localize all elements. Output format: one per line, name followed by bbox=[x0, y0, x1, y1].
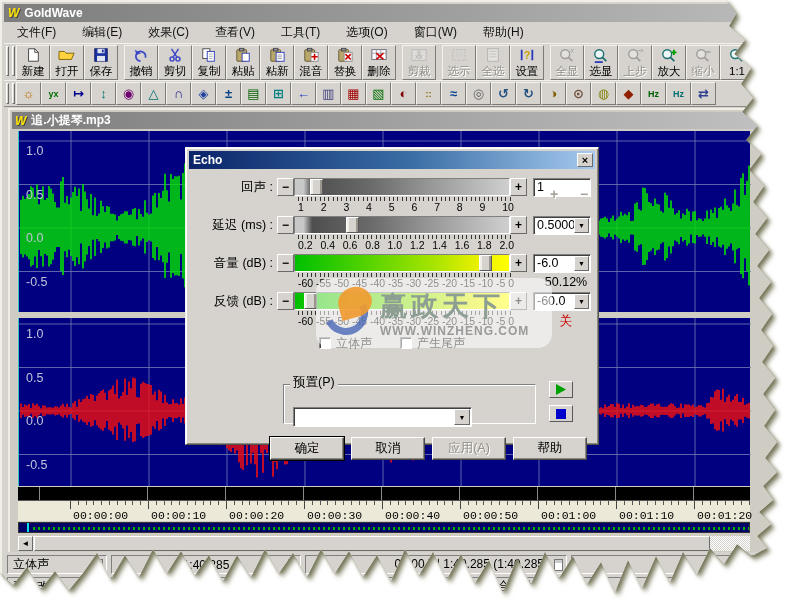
effect-button-wave[interactable]: ≈ bbox=[441, 82, 466, 105]
chevron-down-icon[interactable]: ▼ bbox=[574, 294, 589, 309]
toolbar-button-zoom-in[interactable]: 放大 bbox=[652, 45, 686, 80]
toolbar-button-paste[interactable]: 粘贴 bbox=[226, 45, 260, 80]
panel-menu-icon[interactable] bbox=[94, 559, 103, 571]
slider-value-field[interactable]: -6.0▼ bbox=[533, 254, 591, 273]
toolbar-button-replace[interactable]: 替换 bbox=[328, 45, 362, 80]
slider-value-field[interactable]: -60.0▼ bbox=[533, 292, 591, 311]
effect-button-hz-line[interactable]: Hz bbox=[666, 82, 691, 105]
effect-button-alert[interactable]: ⊙ bbox=[566, 82, 591, 105]
effect-button-mechanize[interactable]: ◈ bbox=[191, 82, 216, 105]
apply-button[interactable]: 应用(A) bbox=[432, 437, 506, 460]
effect-button-playback-rate[interactable]: ± bbox=[216, 82, 241, 105]
chevron-down-icon[interactable]: ▼ bbox=[454, 409, 470, 425]
slider-value-field[interactable]: 0.5000▼ bbox=[533, 216, 591, 235]
toolbar-button-selection-view[interactable]: 选显 bbox=[584, 45, 618, 80]
effect-button-invert[interactable]: △ bbox=[141, 82, 166, 105]
slider-track[interactable] bbox=[294, 216, 510, 234]
toolbar-grip[interactable] bbox=[12, 83, 15, 104]
effect-button-stereo[interactable]: ◐ bbox=[391, 82, 416, 105]
slider-increment-button[interactable]: + bbox=[510, 216, 527, 234]
effect-button-expression[interactable]: yx bbox=[41, 82, 66, 105]
toolbar-button-new-file[interactable]: 新建 bbox=[16, 45, 50, 80]
toolbar-button-zoom-out[interactable]: 缩小 bbox=[686, 45, 720, 80]
toolbar-button-undo[interactable]: 撤销 bbox=[124, 45, 158, 80]
overview-strip[interactable] bbox=[18, 522, 750, 533]
effect-button-bars[interactable]: ▥ bbox=[316, 82, 341, 105]
scroll-left-button[interactable]: ◄ bbox=[18, 536, 33, 551]
effect-button-hz-play[interactable]: Hz bbox=[641, 82, 666, 105]
toolbar-button-copy[interactable]: 复制 bbox=[192, 45, 226, 80]
effect-button-offset[interactable]: ↦ bbox=[66, 82, 91, 105]
checkbox-generate-tail[interactable]: 产生尾声 bbox=[400, 335, 465, 351]
dialog-titlebar[interactable]: Echo × bbox=[189, 151, 595, 169]
panel-menu-icon[interactable] bbox=[554, 559, 563, 571]
preset-remove-button[interactable]: − bbox=[574, 185, 594, 202]
slider-decrement-button[interactable]: − bbox=[277, 292, 294, 310]
close-icon[interactable]: × bbox=[577, 153, 593, 167]
toolbar-button-delete[interactable]: 删除 bbox=[362, 45, 396, 80]
toolbar-button-select-all[interactable]: 全选 bbox=[476, 45, 510, 80]
menu-item-1[interactable]: 编辑(E) bbox=[69, 21, 135, 44]
effect-button-dotline[interactable]: ◍ bbox=[591, 82, 616, 105]
menu-item-2[interactable]: 效果(C) bbox=[135, 21, 202, 44]
effect-button-back[interactable]: ← bbox=[291, 82, 316, 105]
effect-button-shuffle[interactable]: ⇄ bbox=[691, 82, 716, 105]
slider-increment-button[interactable]: + bbox=[510, 254, 527, 272]
slider-thumb[interactable] bbox=[304, 293, 317, 309]
toolbar-button-zoom-1-1[interactable]: 11:1 bbox=[720, 45, 754, 80]
effect-button-parametric-eq[interactable]: ▤ bbox=[241, 82, 266, 105]
effect-button-matrix-red[interactable]: ▦ bbox=[341, 82, 366, 105]
menu-item-4[interactable]: 工具(T) bbox=[268, 21, 333, 44]
menu-item-3[interactable]: 查看(V) bbox=[202, 21, 268, 44]
chevron-down-icon[interactable]: ▼ bbox=[574, 218, 589, 233]
cancel-button[interactable]: 取消 bbox=[351, 437, 425, 460]
toolbar-button-paste-new[interactable]: 粘新 bbox=[260, 45, 294, 80]
document-titlebar[interactable]: W 追.小提琴.mp3 bbox=[12, 112, 786, 129]
slider-decrement-button[interactable]: − bbox=[277, 178, 294, 196]
toolbar-button-trim[interactable]: xx剪裁 bbox=[402, 45, 436, 80]
effect-button-split[interactable]: ◆ bbox=[616, 82, 641, 105]
slider-track[interactable] bbox=[294, 254, 510, 272]
menu-item-5[interactable]: 选项(O) bbox=[333, 21, 400, 44]
preset-combobox[interactable]: ▼ bbox=[293, 407, 472, 427]
slider-thumb[interactable] bbox=[479, 255, 492, 271]
toolbar-button-presets-funnel[interactable]: 提 bbox=[760, 45, 794, 80]
preset-add-button[interactable]: + bbox=[544, 185, 564, 202]
toolbar-button-show-selection[interactable]: 选示 bbox=[442, 45, 476, 80]
help-button[interactable]: 帮助 bbox=[513, 437, 587, 460]
toolbar-button-show-all[interactable]: x全显 bbox=[550, 45, 584, 80]
toolbar-grip[interactable] bbox=[12, 46, 15, 76]
effect-button-matrix-green[interactable]: ▧ bbox=[366, 82, 391, 105]
slider-thumb[interactable] bbox=[346, 217, 359, 233]
slider-increment-button[interactable]: + bbox=[510, 292, 527, 310]
menu-item-6[interactable]: 窗口(W) bbox=[401, 21, 470, 44]
slider-increment-button[interactable]: + bbox=[510, 178, 527, 196]
toolbar-button-save[interactable]: 保存 bbox=[84, 45, 118, 80]
slider-decrement-button[interactable]: − bbox=[277, 216, 294, 234]
toolbar-grip[interactable] bbox=[6, 46, 9, 76]
effect-button-fit-width[interactable]: ⊞ bbox=[266, 82, 291, 105]
toolbar-button-open-folder[interactable]: 打开 bbox=[50, 45, 84, 80]
menu-item-0[interactable]: 文件(F) bbox=[4, 21, 69, 44]
scrollbar-thumb[interactable] bbox=[34, 536, 710, 551]
menu-item-7[interactable]: 帮助(H) bbox=[470, 21, 537, 44]
toolbar-grip[interactable] bbox=[6, 83, 9, 104]
toolbar-button-previous-zoom[interactable]: 上步 bbox=[618, 45, 652, 80]
chevron-down-icon[interactable]: ▼ bbox=[574, 256, 589, 271]
effect-button-dots[interactable]: :: bbox=[416, 82, 441, 105]
horizontal-scrollbar[interactable]: ◄ bbox=[18, 536, 750, 551]
panel-menu-icon[interactable] bbox=[288, 559, 297, 571]
effect-button-flange[interactable]: ◉ bbox=[116, 82, 141, 105]
toolbar-button-cut[interactable]: 剪切 bbox=[158, 45, 192, 80]
slider-track[interactable] bbox=[294, 178, 510, 196]
checkbox-stereo[interactable]: 立体声 bbox=[319, 335, 372, 351]
checkbox-box[interactable] bbox=[319, 337, 331, 349]
checkbox-box[interactable] bbox=[400, 337, 412, 349]
app-titlebar[interactable]: W GoldWave bbox=[4, 4, 798, 22]
toolbar-button-settings[interactable]: ?设置 bbox=[510, 45, 544, 80]
slider-track[interactable] bbox=[294, 292, 510, 310]
effect-button-doppler[interactable]: ☼ bbox=[16, 82, 41, 105]
effect-button-pan[interactable]: ↕ bbox=[91, 82, 116, 105]
effect-button-level[interactable]: ◑ bbox=[541, 82, 566, 105]
slider-thumb[interactable] bbox=[310, 179, 323, 195]
